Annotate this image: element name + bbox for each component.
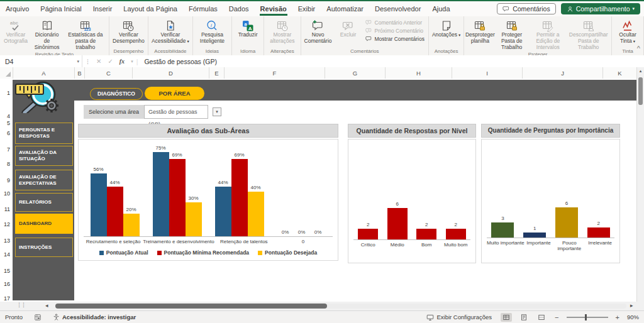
verificar-desempenho-button[interactable]: Verificar Desempenho (111, 18, 147, 46)
insert-function-button[interactable]: fx (116, 58, 128, 65)
scroll-right-arrow-icon[interactable]: ▸ (630, 302, 633, 309)
comments-button[interactable]: Comentários (497, 3, 556, 14)
unprotect-sheet-icon (474, 19, 486, 32)
menu-tab-arquivo[interactable]: Arquivo (0, 2, 35, 16)
row-header-6[interactable]: 6 (0, 130, 10, 136)
horizontal-scroll-thumb[interactable] (55, 304, 327, 309)
zoom-slider[interactable] (567, 317, 608, 318)
anotacoes-button[interactable]: Anotações▾ (430, 18, 462, 40)
collapse-ribbon-button[interactable]: ^ (637, 45, 640, 52)
menu-tab-dados[interactable]: Dados (223, 2, 255, 16)
scroll-up-arrow-icon[interactable]: ▴ (637, 68, 644, 74)
row-header-16[interactable]: 16 (0, 281, 10, 287)
row-header-14[interactable]: 14 (0, 251, 10, 258)
legend-marker (258, 251, 262, 255)
ribbon-group-label: Ideias (194, 48, 230, 55)
page-layout-view-button[interactable] (518, 313, 530, 322)
row-header-1[interactable]: 1 (0, 90, 10, 96)
ocultar-tinta-button[interactable]: Ocultar Tinta▾ (613, 18, 642, 46)
display-settings-icon (426, 314, 434, 321)
row-header-12[interactable]: 12 (0, 221, 10, 227)
column-header-a[interactable]: A (13, 67, 75, 79)
row-header-5[interactable]: 5 (0, 120, 10, 126)
chart-bar: 2 (358, 229, 378, 239)
zoom-slider-thumb[interactable] (585, 314, 587, 320)
sheet-area: DIAGNÓSTICO POR ÁREA Selecione uma área … (0, 79, 636, 302)
formula-input[interactable]: Gestão de pessoas (GP) (138, 58, 217, 65)
row-header-4[interactable]: 4 (0, 113, 10, 119)
zoom-in-button[interactable]: + (614, 314, 621, 321)
menu-tab-desenvolvedor[interactable]: Desenvolvedor (369, 2, 426, 16)
zoom-level[interactable]: 90% (627, 314, 639, 320)
novo-comentario-button[interactable]: Novo Comentário (303, 18, 334, 46)
row-header-13[interactable]: 13 (0, 238, 10, 244)
name-box[interactable]: D4 ▾ (0, 55, 82, 67)
tab-por-area[interactable]: POR ÁREA (145, 87, 204, 100)
row-header-11[interactable]: 11 (0, 206, 10, 212)
sidebar-item-instrucoes[interactable]: INSTRUÇÕES (15, 238, 73, 257)
row-header-17[interactable]: 17 (0, 295, 10, 302)
chart-quantidade-de-respostas-por-nivel[interactable]: Quantidade de Respostas por Nível2622Crí… (348, 124, 476, 263)
menu-tab-ajuda[interactable]: Ajuda (426, 2, 455, 16)
menu-tab-pagina-inicial[interactable]: Página Inicial (35, 2, 87, 16)
row-header-10[interactable]: 10 (0, 190, 10, 197)
scroll-left-arrow-icon[interactable]: ◂ (45, 302, 48, 309)
dicionario-de-sinonimos-button[interactable]: Dicionário de Sinônimos (30, 18, 64, 52)
column-header-c[interactable]: C (85, 67, 133, 79)
traduzir-button[interactable]: aATraduzir (233, 18, 262, 40)
column-header-j[interactable]: J (523, 67, 603, 79)
column-header-f[interactable]: F (225, 67, 325, 79)
estatisticas-da-pasta-de-trabalho-button[interactable]: 123Estatísticas da pasta de trabalho (64, 18, 107, 52)
sidebar-item-relatorios[interactable]: RELATÓRIOS (15, 193, 73, 212)
vertical-scrollbar[interactable]: ▴ (636, 67, 644, 302)
row-header-15[interactable]: 15 (0, 268, 10, 274)
menu-tab-formulas[interactable]: Fórmulas (183, 2, 223, 16)
menu-tab-revisao[interactable]: Revisão (255, 2, 292, 16)
area-selector-combobox[interactable]: Gestão de pessoas (GP) (144, 105, 208, 119)
column-header-h[interactable]: H (386, 67, 452, 79)
desproteger-planilha-button[interactable]: Desproteger planilha (465, 18, 494, 46)
sheet-tab-splitter[interactable]: ⋮⋮ (16, 302, 25, 308)
status-ready: Pronto (5, 314, 23, 320)
menu-tab-layout-da-pagina[interactable]: Layout da Página (118, 2, 183, 16)
excluir-button: Excluir (334, 18, 363, 40)
macro-record-icon[interactable] (34, 314, 42, 321)
horizontal-scrollbar[interactable]: ⋮⋮ ◂ ▸ (0, 302, 644, 310)
mostrar-comentarios-button[interactable]: Mostrar Comentários (365, 35, 425, 42)
sidebar-item-dashboard[interactable]: DASHBOARD (15, 214, 73, 234)
sidebar-item-avaliacao-da-situacao[interactable]: AVALIAÇÃO DA SITUAÇÃO (15, 146, 73, 166)
select-all-button[interactable] (0, 67, 13, 79)
share-button[interactable]: Compartilhamento ▾ (561, 3, 640, 14)
column-header-b[interactable]: B (75, 67, 85, 79)
column-header-g[interactable]: G (325, 67, 386, 79)
pesquisa-inteligente-button[interactable]: iPesquisa Inteligente (194, 18, 230, 46)
column-header-i[interactable]: I (452, 67, 523, 79)
combobox-dropdown-arrow[interactable]: ▼ (213, 107, 221, 116)
menu-tab-automatizar[interactable]: Automatizar (321, 2, 369, 16)
column-header-d[interactable]: D (133, 67, 209, 79)
proteger-pasta-de-trabalho-button[interactable]: Proteger Pasta de Trabalho (494, 18, 529, 52)
vertical-scroll-thumb[interactable] (638, 77, 643, 105)
column-header-k[interactable]: K (603, 67, 637, 79)
menu-tab-inserir[interactable]: Inserir (87, 2, 118, 16)
row-header-7[interactable]: 7 (0, 146, 10, 153)
row-header-8[interactable]: 8 (0, 161, 10, 167)
accessibility-status[interactable]: Acessibilidade: investigar (53, 314, 136, 320)
sidebar-item-avaliacao-de-expectativas[interactable]: AVALIAÇÃO DE EXPECTATIVAS (15, 170, 73, 190)
tab-diagnostico[interactable]: DIAGNÓSTICO (90, 88, 143, 100)
chart-avaliacao-das-sub-areas[interactable]: Avaliação das Sub-Áreas56%44%20%75%69%30… (78, 124, 338, 261)
normal-view-button[interactable] (501, 313, 512, 322)
chart-bar: 69% (169, 159, 186, 236)
sidebar-item-perguntas-e-respostas[interactable]: PERGUNTAS E RESPOSTAS (15, 123, 73, 144)
verificar-acessibilidade-button[interactable]: Verificar Acessibilidade▾ (150, 18, 191, 46)
ribbon-group-label: Desempenho (111, 48, 147, 55)
display-settings-button[interactable]: Exibir Configurações (426, 314, 492, 321)
chart-bar: 75% (153, 152, 169, 236)
page-break-view-button[interactable] (536, 313, 547, 322)
row-header-9[interactable]: 9 (0, 177, 10, 183)
column-header-e[interactable]: E (209, 67, 225, 79)
menu-tab-exibir[interactable]: Exibir (292, 2, 321, 16)
zoom-out-button[interactable]: − (553, 314, 560, 321)
chart-quantidade-de-perguntas-por-importancia[interactable]: Quantidade de Perguntas por Importância3… (481, 124, 620, 263)
ribbon-group-ideias: iPesquisa InteligenteIdeias (193, 16, 232, 55)
